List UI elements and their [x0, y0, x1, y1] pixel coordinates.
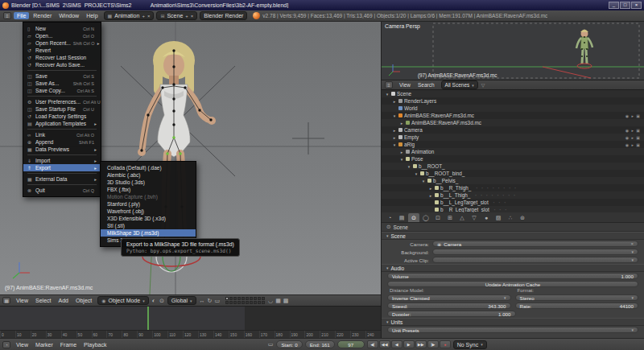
export-menu-item[interactable]: Alembic (.abc) — [101, 171, 196, 179]
background-select[interactable]: ▾ — [432, 249, 638, 255]
main-menu-item[interactable]: Window — [56, 12, 82, 19]
layer-cell[interactable] — [237, 297, 241, 300]
file-menu-item[interactable]: ↺ Load Factory Settings — [23, 113, 101, 120]
unit-presets-select[interactable]: Unit Presets ▾ — [387, 327, 638, 333]
export-menu-item[interactable]: MilkShape 3D (.ms3d) — [101, 229, 196, 237]
expander-icon[interactable]: ▾ — [385, 92, 390, 97]
timeline-ruler[interactable]: 0102030405060708090100110120130140150160… — [0, 330, 381, 338]
file-menu-item[interactable]: ↺ Revert — [23, 47, 101, 54]
properties-tab[interactable]: ⊚ — [517, 213, 528, 222]
shading-icon[interactable]: ◐ — [151, 298, 156, 303]
header-tool-icon[interactable]: ▩ — [283, 298, 290, 304]
filter-icon[interactable]: ▽ — [481, 82, 485, 88]
outliner-row[interactable]: ▸ b__R_Thigh_ ◦ ◦ ◦ ◦ ◦ ◦ ◦ ◦ — [382, 184, 644, 191]
layer-cell[interactable] — [225, 301, 229, 304]
outliner-row[interactable]: ▾ aRig ◉ ▸ ▣ — [382, 141, 644, 148]
layer-cell[interactable] — [229, 297, 233, 300]
outliner-row[interactable]: ▾ b__ROOT_ — [382, 163, 644, 170]
expander-icon[interactable]: ▸ — [428, 193, 433, 198]
close-icon[interactable]: × — [191, 14, 194, 19]
plus-icon[interactable]: + — [185, 14, 188, 19]
expander-icon[interactable]: ▾ — [392, 113, 397, 118]
layer-cell[interactable] — [229, 301, 233, 304]
expander-icon[interactable]: ▸ — [392, 99, 397, 104]
manipulator-icon[interactable]: ↻ — [207, 298, 213, 304]
sync-select[interactable]: No Sync ▾ — [453, 340, 487, 349]
playback-button[interactable]: ◀| — [367, 340, 378, 348]
pivot-icon[interactable]: ⊙ — [159, 298, 165, 304]
mode-select[interactable]: ◉ Object Mode ▾ — [97, 296, 148, 305]
layer-cell[interactable] — [262, 297, 265, 300]
layer-cell[interactable] — [250, 297, 253, 300]
expander-icon[interactable]: ▾ — [399, 157, 404, 162]
outliner-row[interactable]: ▸ Animation — [382, 148, 644, 155]
playback-button[interactable]: ▶ — [403, 340, 415, 348]
timeline-editor[interactable]: 0102030405060708090100110120130140150160… — [0, 306, 381, 338]
window-control-button[interactable]: □ — [620, 2, 630, 9]
start-frame-field[interactable]: Start: 0 — [276, 340, 302, 348]
playback-button[interactable]: ◀ — [391, 340, 402, 348]
export-menu-item[interactable]: Stl (.stl) — [101, 222, 196, 229]
header-tool-icon[interactable]: ◡ — [267, 298, 274, 304]
file-menu-item[interactable] — [27, 96, 97, 97]
main-menu-item[interactable]: Help — [83, 12, 101, 19]
properties-tab[interactable]: ▽ — [469, 213, 480, 222]
outliner-row[interactable]: b__R_LegTarget_slot ◦ ◦ ◦ — [382, 206, 644, 212]
camera-view-panel[interactable]: Camera Persp (97) AnimBASE:RavenAF.ms3d.… — [381, 22, 644, 80]
export-menu-item[interactable]: Motion Capture (.bvh) — [101, 193, 196, 200]
export-menu-item[interactable]: Collada (Default) (.dae) — [101, 164, 196, 171]
main-menu-item[interactable]: File — [14, 12, 29, 19]
file-menu-item[interactable] — [27, 70, 97, 71]
file-menu-item[interactable]: ▦ Data Previews ▸ — [23, 146, 101, 153]
outliner-display-select[interactable]: All Scenes ▾ — [441, 80, 478, 89]
layer-cell[interactable] — [250, 301, 253, 304]
timeline-menu-item[interactable]: View — [13, 341, 31, 348]
outliner-row[interactable]: ▸ Camera ◉ ▸ ▣ — [382, 126, 644, 134]
clear-icon[interactable]: × — [630, 241, 634, 246]
timeline-menu-item[interactable]: Marker — [32, 341, 56, 348]
file-menu-item[interactable]: ▱ Open... Ctrl O — [23, 32, 101, 39]
file-menu-item[interactable]: ◫ Save Ctrl S — [23, 72, 101, 80]
file-menu-item[interactable]: ∞ Link Ctrl Alt O — [23, 131, 101, 138]
editor-type-icon[interactable]: ≡ — [3, 12, 11, 19]
file-menu-item[interactable]: ◫ Save As... Shift Ctrl S — [23, 80, 101, 87]
layer-cell[interactable] — [262, 301, 265, 304]
file-menu-item[interactable] — [27, 129, 97, 130]
playback-button[interactable]: |▶ — [427, 340, 439, 348]
file-menu-item[interactable]: ⊕ Append Shift F1 — [23, 138, 101, 146]
outliner-row[interactable]: ▸ AnimBASE:RavenAF.ms3d.mc — [382, 119, 644, 126]
layer-cell[interactable] — [233, 297, 237, 300]
scene-section-header[interactable]: ▾ Scene — [382, 232, 644, 240]
update-animation-cache-button[interactable]: Update Animation Cache — [387, 281, 638, 287]
timeline-editor-icon[interactable]: ◔ — [2, 341, 10, 348]
use-preview-range-icon[interactable]: ▭ — [267, 341, 275, 348]
viewport-menu-item[interactable]: Add — [56, 297, 72, 304]
file-menu-item[interactable]: ▱ Open Recent... Shift Ctrl O ▸ — [23, 39, 101, 47]
properties-tab[interactable]: ⊞ — [444, 213, 456, 222]
doppler-field[interactable]: Doppler: 1.000 — [387, 311, 516, 317]
file-menu-item[interactable]: ▤ Application Templates ▸ — [23, 120, 101, 127]
layer-cell[interactable] — [237, 301, 241, 304]
file-menu-item[interactable]: ▦ External Data ▸ — [23, 175, 101, 183]
visibility-toggles[interactable]: ◉ ▸ ▣ — [625, 142, 641, 147]
orientation-select[interactable]: Global ▾ — [167, 296, 196, 305]
layer-cell[interactable] — [258, 301, 261, 304]
timeline-menu-item[interactable]: Playback — [80, 341, 109, 348]
manipulator-icon[interactable]: ▭ — [213, 298, 221, 304]
audio-section-header[interactable]: ▾ Audio — [382, 264, 644, 272]
properties-tab[interactable]: ⊡ — [432, 213, 444, 222]
viewport-editor-icon[interactable]: ▦ — [2, 297, 10, 304]
expander-icon[interactable]: ▸ — [399, 150, 404, 154]
plus-icon[interactable]: + — [142, 14, 145, 19]
scene-select[interactable]: ⊞ Scene + × — [156, 11, 197, 20]
volume-slider[interactable]: Volume 1.000 — [387, 273, 638, 279]
layer-cell[interactable] — [246, 301, 249, 304]
format-select[interactable]: Stereo ▾ — [515, 294, 639, 301]
outliner-row[interactable]: ▾ b__ROOT_bind_ — [382, 170, 644, 177]
properties-tab[interactable]: ▤ — [396, 213, 407, 222]
export-menu-item[interactable]: X3D Extensible 3D (.x3d) — [101, 215, 196, 222]
properties-tab[interactable]: △ — [456, 213, 468, 222]
properties-tab[interactable]: ⊙ — [408, 213, 419, 222]
main-menu-item[interactable]: Render — [30, 12, 55, 19]
distance-model-select[interactable]: Inverse Clamped ▾ — [387, 294, 511, 301]
